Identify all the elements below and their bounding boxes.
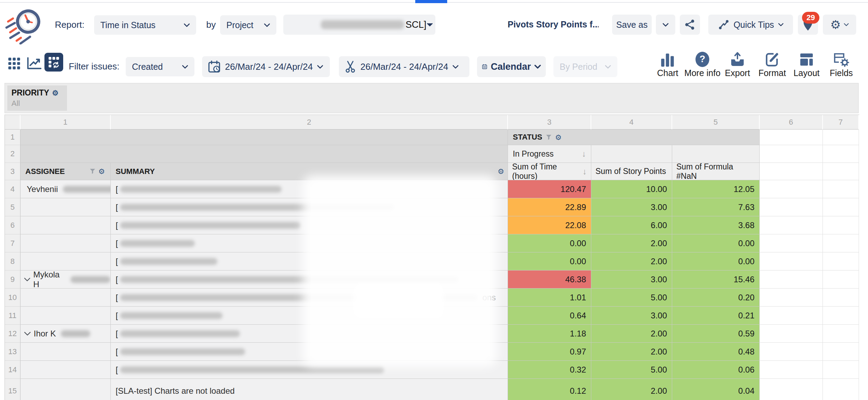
time-cell[interactable]: 0.64	[508, 307, 591, 325]
empty-cell[interactable]	[760, 234, 823, 252]
created-date-range-button[interactable]: 26/Mar/24 - 24/Apr/24	[202, 56, 330, 77]
assignee-cell[interactable]	[20, 307, 111, 325]
empty-cell[interactable]	[823, 289, 859, 307]
empty-cell[interactable]	[760, 343, 823, 361]
time-cell[interactable]: 22.89	[508, 198, 591, 216]
assignee-cell[interactable]: Ihor K	[20, 325, 111, 343]
assignee-cell[interactable]	[20, 361, 111, 379]
story-points-cell[interactable]: 6.00	[591, 216, 672, 234]
story-points-cell[interactable]: 2.00	[591, 343, 672, 361]
story-points-cell[interactable]: 2.00	[591, 325, 672, 343]
empty-status-cell[interactable]	[672, 145, 760, 163]
formula-cell[interactable]: 0.00	[672, 234, 760, 252]
empty-cell[interactable]	[823, 343, 859, 361]
measure-header-story-points[interactable]: Sum of Story Points	[591, 163, 672, 180]
assignee-cell[interactable]	[20, 252, 111, 270]
sort-desc-icon[interactable]: ↓	[582, 149, 586, 159]
measure-header-formula[interactable]: Sum of Formula #NaN	[672, 163, 760, 180]
share-button[interactable]	[680, 15, 700, 35]
pivot-view-toggle-active[interactable]	[44, 53, 63, 72]
formula-cell[interactable]: 12.05	[672, 180, 760, 198]
column-header-2[interactable]: 2	[111, 115, 508, 130]
column-header-3[interactable]: 3	[508, 115, 591, 130]
assignee-cell[interactable]	[20, 289, 111, 307]
summary-column-header[interactable]: SUMMARY ⚙	[111, 163, 508, 180]
empty-cell[interactable]	[760, 130, 823, 145]
fields-action-button[interactable]: Fields	[815, 51, 867, 78]
story-points-cell[interactable]: 3.00	[591, 198, 672, 216]
formula-cell[interactable]: 3.68	[672, 216, 760, 234]
formula-cell[interactable]: 0.59	[672, 325, 760, 343]
project-scope-select[interactable]: SCL]	[283, 15, 435, 35]
story-points-cell[interactable]: 3.00	[591, 270, 672, 289]
time-cell[interactable]: 0.00	[508, 252, 591, 270]
row-number[interactable]: 6	[5, 216, 20, 234]
row-number[interactable]: 5	[5, 198, 20, 216]
empty-cell[interactable]	[760, 216, 823, 234]
empty-cell[interactable]	[823, 130, 859, 145]
empty-status-cell[interactable]	[591, 145, 672, 163]
story-points-cell[interactable]: 5.00	[591, 289, 672, 307]
priority-filter[interactable]: PRIORITY ⚙ All	[7, 85, 67, 111]
empty-cell[interactable]	[760, 361, 823, 379]
row-number[interactable]: 4	[5, 180, 20, 198]
calendar-mode-select[interactable]: Calendar	[477, 56, 546, 77]
formula-cell[interactable]: 0.04	[672, 379, 760, 400]
story-points-cell[interactable]: 10.00	[591, 180, 672, 198]
assignee-cell[interactable]: Mykola H	[20, 270, 111, 289]
empty-cell[interactable]	[760, 379, 823, 400]
save-as-button[interactable]: Save as	[612, 15, 652, 35]
formula-cell[interactable]: 0.20	[672, 289, 760, 307]
formula-cell[interactable]: 0.06	[672, 361, 760, 379]
formula-cell[interactable]: 0.00	[672, 252, 760, 270]
empty-cell[interactable]	[760, 325, 823, 343]
formula-cell[interactable]: 15.46	[672, 270, 760, 289]
row-number[interactable]: 12	[5, 325, 20, 343]
quick-tips-button[interactable]: Quick Tips	[708, 15, 793, 35]
summary-cell[interactable]: [SLA-test] Charts are not loaded	[111, 379, 508, 400]
row-number[interactable]: 7	[5, 234, 20, 252]
story-points-cell[interactable]: 2.00	[591, 252, 672, 270]
empty-cell[interactable]	[760, 270, 823, 289]
row-number[interactable]: 15	[5, 379, 20, 400]
time-cell[interactable]: 120.47	[508, 180, 591, 198]
time-cell[interactable]: 1.01	[508, 289, 591, 307]
assignee-cell[interactable]	[20, 198, 111, 216]
story-points-cell[interactable]: 3.00	[591, 307, 672, 325]
empty-cell[interactable]	[823, 198, 859, 216]
gear-icon[interactable]: ⚙	[498, 168, 504, 175]
row-number[interactable]: 14	[5, 361, 20, 379]
assignee-column-header[interactable]: ASSIGNEE ⚙	[20, 163, 111, 180]
empty-cell[interactable]	[823, 216, 859, 234]
column-header-5[interactable]: 5	[672, 115, 760, 130]
grid-view-icon[interactable]	[8, 58, 22, 71]
assignee-cell[interactable]	[20, 343, 111, 361]
group-by-select[interactable]: Project	[220, 15, 276, 35]
empty-cell[interactable]	[760, 163, 823, 180]
report-type-select[interactable]: Time in Status	[94, 15, 196, 35]
filter-funnel-icon[interactable]	[90, 168, 95, 174]
empty-cell[interactable]	[823, 361, 859, 379]
column-header-1[interactable]: 1	[20, 115, 111, 130]
empty-cell[interactable]	[760, 307, 823, 325]
empty-cell[interactable]	[823, 325, 859, 343]
filter-funnel-icon[interactable]	[546, 134, 552, 140]
empty-cell[interactable]	[760, 145, 823, 163]
expand-chevron-icon[interactable]	[24, 277, 31, 282]
time-cell[interactable]: 0.32	[508, 361, 591, 379]
row-number[interactable]: 1	[5, 130, 20, 145]
row-number[interactable]: 8	[5, 252, 20, 270]
time-cell[interactable]: 0.97	[508, 343, 591, 361]
formula-cell[interactable]: 0.48	[672, 343, 760, 361]
empty-cell[interactable]	[760, 198, 823, 216]
empty-cell[interactable]	[823, 270, 859, 289]
row-number[interactable]: 3	[5, 163, 20, 180]
column-header-6[interactable]: 6	[760, 115, 823, 130]
formula-cell[interactable]: 0.21	[672, 307, 760, 325]
resolved-date-range-button[interactable]: 26/Mar/24 - 24/Apr/24	[339, 56, 469, 77]
summary-cell[interactable]: [	[111, 361, 508, 379]
empty-cell[interactable]	[760, 289, 823, 307]
gear-icon[interactable]: ⚙	[555, 134, 562, 141]
assignee-cell[interactable]	[20, 216, 111, 234]
formula-cell[interactable]: 7.63	[672, 198, 760, 216]
